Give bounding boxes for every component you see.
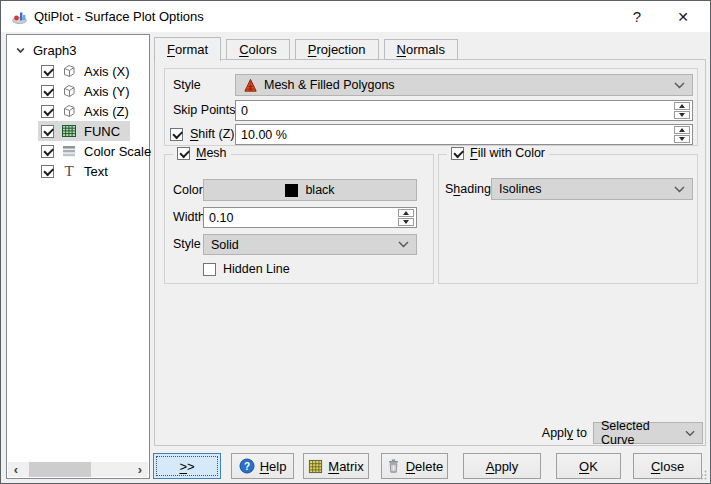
matrix-button[interactable]: Matrix [303,453,369,479]
spin-down-button[interactable] [398,218,414,226]
spin-buttons [674,102,690,119]
checkbox[interactable] [41,125,54,138]
tab-colors[interactable]: Colors [226,39,290,60]
tree-item-axis-y[interactable]: Axis (Y) [7,81,149,101]
axis-cube-icon [61,103,77,119]
tree-item-color-scale[interactable]: Color Scale [7,141,149,161]
scroll-right-icon[interactable]: › [132,462,148,477]
shift-z-value: 10.00 % [241,128,287,142]
mesh-group-label: Mesh [196,146,227,160]
mesh-color-label: Color [173,183,203,197]
titlebar-help-button[interactable]: ? [616,1,658,32]
shift-z-label: Shift (Z) [190,127,234,141]
matrix-grid-icon [61,123,77,139]
skip-points-value: 0 [241,104,248,118]
mesh-width-label: Width [173,210,205,224]
spin-down-button[interactable] [674,135,690,143]
tab-bar: Format Colors Projection Normals [154,36,458,60]
matrix-icon [308,459,323,474]
checkbox[interactable] [41,165,54,178]
tree-item-label: Axis (X) [84,64,130,79]
mesh-group: Mesh Color black Width 0.10 Style Solid [164,154,434,284]
close-label: Close [651,459,684,474]
chevron-down-icon [674,82,685,89]
mesh-color-value: black [305,183,334,197]
text-icon: T [61,163,77,179]
apply-to-combobox[interactable]: Selected Curve [593,422,703,444]
axis-cube-icon [61,63,77,79]
skip-points-spinbox[interactable]: 0 [235,100,693,121]
color-scale-icon [61,143,77,159]
shift-z-spinbox[interactable]: 10.00 % [235,124,693,145]
hidden-line-checkbox[interactable] [203,263,216,276]
help-button[interactable]: ? Help [231,453,294,479]
checkbox[interactable] [41,145,54,158]
checkbox[interactable] [41,65,54,78]
help-label: Help [260,459,287,474]
chevron-down-icon [398,241,409,248]
tab-projection[interactable]: Projection [295,39,379,60]
mesh-checkbox[interactable] [177,147,190,160]
tree-item-label: Color Scale [84,144,151,159]
mesh-style-label: Style [173,237,201,251]
apply-label: Apply [486,459,519,474]
spin-up-button[interactable] [674,102,690,110]
fill-group-title: Fill with Color [447,146,549,160]
plot-style-combobox[interactable]: Mesh & Filled Polygons [235,74,693,96]
help-icon: ? [239,458,255,474]
tree-horizontal-scrollbar[interactable]: ‹ › [8,462,148,477]
shading-value: Isolines [499,182,541,196]
checkbox[interactable] [41,105,54,118]
delete-button[interactable]: Delete [381,453,448,479]
apply-button[interactable]: Apply [463,453,541,479]
fill-group-label: Fill with Color [470,146,545,160]
tree-item-text[interactable]: T Text [7,161,149,181]
fill-with-color-checkbox[interactable] [451,147,464,160]
resize-grip[interactable] [697,470,707,480]
window-title: QtiPlot - Surface Plot Options [34,1,204,32]
checkbox[interactable] [41,85,54,98]
tree-item-func[interactable]: FUNC [7,121,149,141]
shift-z-checkbox-row: Shift (Z) [170,127,234,141]
tab-normals[interactable]: Normals [384,39,458,60]
apply-to-label: Apply to [542,426,587,440]
tree-item-graph3[interactable]: Graph3 [7,39,149,61]
spin-down-button[interactable] [674,111,690,119]
apply-to-row: Apply to Selected Curve [542,422,703,444]
fill-with-color-group: Fill with Color Shading Isolines [438,154,698,284]
style-label: Style [173,78,201,92]
tree-item-axis-z[interactable]: Axis (Z) [7,101,149,121]
surface-style-frame: Style Mesh & Filled Polygons Skip Points… [164,68,698,146]
expand-dialog-label: >> [179,459,194,474]
shading-combobox[interactable]: Isolines [491,178,693,200]
mesh-group-title: Mesh [173,146,231,160]
scroll-left-icon[interactable]: ‹ [8,462,24,477]
delete-label: Delete [406,459,444,474]
mesh-mountain-icon [243,78,258,93]
mesh-color-button[interactable]: black [203,179,417,201]
close-button[interactable]: Close [633,453,702,479]
tree-item-label: Text [84,164,108,179]
ok-label: OK [579,459,598,474]
titlebar-close-button[interactable]: ✕ [662,1,704,32]
spin-up-button[interactable] [674,126,690,134]
chevron-down-icon [685,430,695,437]
shift-z-checkbox[interactable] [170,128,183,141]
plot-objects-tree: Graph3 Axis (X) Axis (Y) [6,34,150,479]
chevron-down-icon[interactable] [14,44,26,56]
mesh-line-style-combobox[interactable]: Solid [203,234,417,255]
tree-item-label: Axis (Y) [84,84,130,99]
ok-button[interactable]: OK [556,453,621,479]
expand-dialog-button[interactable]: >> [153,453,221,479]
qtiplot-app-icon [11,8,28,25]
hidden-line-row: Hidden Line [203,262,290,276]
tab-format[interactable]: Format [154,37,221,61]
scrollbar-track [24,462,132,477]
color-swatch [285,184,298,197]
axis-cube-icon [61,83,77,99]
spin-up-button[interactable] [398,209,414,217]
mesh-width-spinbox[interactable]: 0.10 [203,207,417,228]
scrollbar-thumb[interactable] [29,462,91,477]
tree-item-axis-x[interactable]: Axis (X) [7,61,149,81]
svg-text:?: ? [244,461,250,472]
